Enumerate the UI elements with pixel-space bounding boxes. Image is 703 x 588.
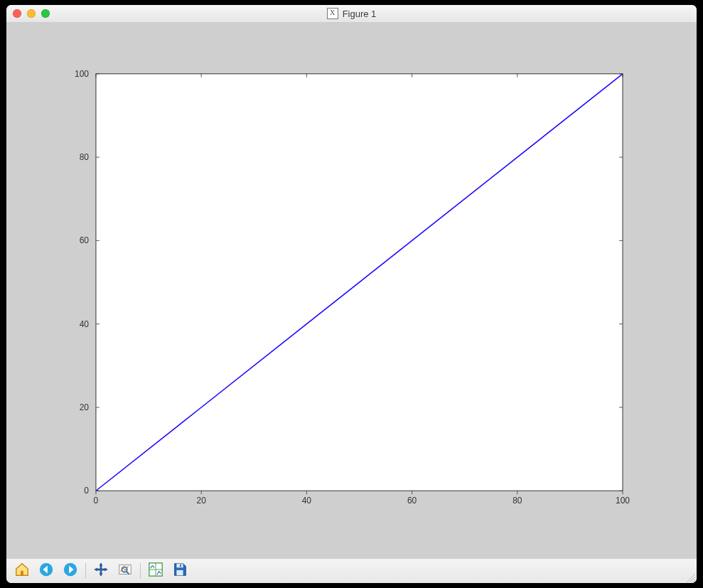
x-tick-label: 0 <box>94 496 99 506</box>
resize-grip[interactable] <box>685 572 696 583</box>
subplots-icon <box>148 562 163 580</box>
x-tick-label: 60 <box>407 496 417 506</box>
x-tick-label: 100 <box>616 496 630 506</box>
pan-button[interactable] <box>90 561 112 581</box>
subplots-button[interactable] <box>145 561 166 581</box>
titlebar: X Figure 1 <box>6 5 697 23</box>
home-button[interactable] <box>11 561 33 581</box>
save-button[interactable] <box>169 561 190 581</box>
plot-canvas[interactable]: 020406080100020406080100 <box>6 23 697 558</box>
zoom-button[interactable] <box>41 9 50 18</box>
home-icon <box>14 562 30 580</box>
forward-button[interactable] <box>60 561 81 581</box>
save-icon <box>172 562 188 580</box>
svg-line-40 <box>692 579 695 582</box>
minimize-button[interactable] <box>27 9 36 18</box>
svg-rect-29 <box>119 565 132 574</box>
forward-icon <box>63 562 78 580</box>
svg-rect-37 <box>180 565 181 567</box>
window-title: X Figure 1 <box>6 8 697 19</box>
svg-rect-26 <box>21 571 23 575</box>
y-tick-label: 20 <box>80 402 90 412</box>
figure-window: X Figure 1 020406080100020406080100 <box>6 5 697 583</box>
app-x-icon: X <box>327 8 338 19</box>
svg-line-39 <box>689 577 695 582</box>
pan-icon <box>93 562 109 580</box>
figure-canvas-area: 020406080100020406080100 <box>6 23 697 558</box>
y-tick-label: 0 <box>84 486 89 496</box>
close-button[interactable] <box>13 9 21 18</box>
toolbar-separator <box>140 563 141 579</box>
svg-rect-36 <box>176 570 183 575</box>
back-icon <box>38 562 54 580</box>
toolbar-separator <box>85 563 86 579</box>
back-button[interactable] <box>36 561 57 581</box>
y-tick-label: 40 <box>80 319 90 329</box>
y-tick-label: 80 <box>80 152 90 162</box>
x-tick-label: 20 <box>197 496 207 506</box>
window-title-text: Figure 1 <box>343 9 377 19</box>
nav-toolbar <box>6 558 697 583</box>
y-tick-label: 100 <box>75 69 89 79</box>
x-tick-label: 40 <box>302 496 312 506</box>
zoom-icon <box>117 562 133 580</box>
zoom-button[interactable] <box>114 561 136 581</box>
y-tick-label: 60 <box>80 235 90 245</box>
x-tick-label: 80 <box>513 496 522 506</box>
window-controls <box>6 9 50 18</box>
